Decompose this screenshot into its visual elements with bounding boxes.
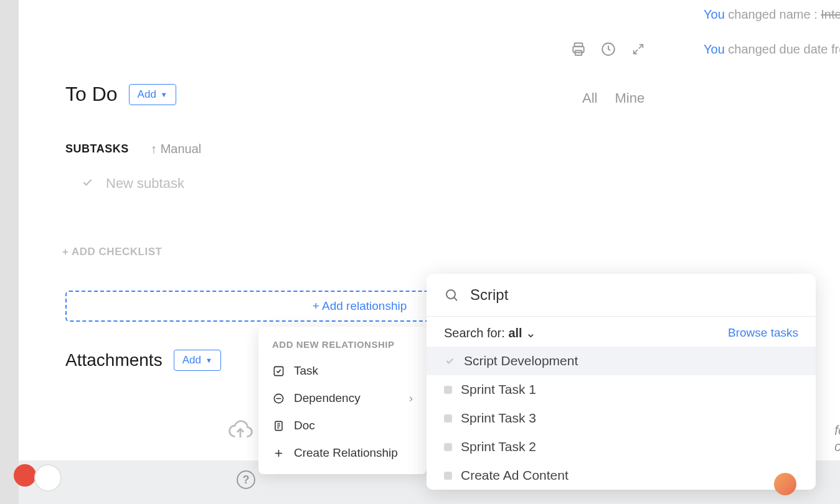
search-input[interactable] [470, 286, 798, 304]
check-icon [81, 176, 93, 191]
search-result-item[interactable]: Script Development [427, 347, 816, 375]
doc-icon [272, 419, 285, 432]
add-button-label: Add [138, 88, 156, 101]
status-square-icon [444, 443, 452, 451]
filter-mine[interactable]: Mine [615, 90, 644, 106]
sidebar-backdrop [0, 0, 19, 504]
filter-all[interactable]: All [582, 90, 597, 106]
status-square-icon [444, 414, 452, 422]
menu-item-create-relationship[interactable]: Create Relationship [258, 439, 427, 467]
activity-item: You changed due date fro [704, 32, 840, 67]
chevron-down-icon: ▼ [161, 91, 168, 98]
search-result-item[interactable]: Sprint Task 3 [427, 404, 816, 432]
help-icon[interactable]: ? [237, 470, 255, 489]
result-label: Create Ad Content [461, 468, 569, 483]
add-relationship-label: + Add relationship [313, 299, 407, 313]
add-checklist-button[interactable]: + ADD CHECKLIST [62, 246, 162, 258]
add-attachment-label: Add [182, 354, 201, 366]
arrow-up-icon: ↑ [151, 142, 157, 156]
add-attachment-button[interactable]: Add ▼ [174, 350, 221, 371]
activity-text: changed due date fro [725, 42, 840, 56]
print-icon[interactable] [570, 40, 587, 58]
result-label: Sprint Task 2 [461, 439, 536, 454]
menu-item-label: Task [294, 364, 318, 378]
avatar[interactable] [774, 473, 796, 495]
expand-icon[interactable] [630, 40, 647, 58]
activity-extra: Inter [821, 7, 840, 21]
avatar[interactable] [34, 464, 62, 492]
svg-rect-4 [274, 366, 283, 375]
cloud-upload-icon [227, 417, 253, 443]
history-icon[interactable] [600, 40, 617, 58]
plus-icon [272, 447, 285, 459]
notification-badge[interactable] [14, 464, 36, 487]
activity-filters: All Mine [582, 90, 644, 106]
svg-line-14 [454, 297, 457, 301]
search-result-item[interactable]: Sprint Task 1 [427, 375, 816, 404]
activity-item: You changed name : Inter [704, 0, 840, 32]
chevron-right-icon: › [409, 391, 413, 405]
chevron-down-icon: ▼ [205, 357, 212, 364]
status-title[interactable]: To Do [65, 83, 118, 106]
search-panel: Search for: all ⌄ Browse tasks Script De… [427, 274, 816, 490]
attachments-title: Attachments [65, 350, 163, 370]
new-subtask-placeholder: New subtask [106, 175, 184, 192]
search-filter-label: Search for: [444, 326, 508, 340]
top-actions [570, 40, 647, 58]
menu-item-doc[interactable]: Doc [258, 412, 427, 439]
subtasks-label: SUBTASKS [65, 142, 129, 156]
activity-actor: You [704, 42, 725, 56]
menu-item-task[interactable]: Task [258, 357, 427, 385]
result-label: Sprint Task 1 [461, 382, 536, 397]
search-filter-row: Search for: all ⌄ Browse tasks [427, 317, 816, 347]
add-button[interactable]: Add ▼ [129, 84, 176, 105]
search-icon [444, 287, 459, 302]
check-icon [444, 355, 455, 366]
menu-header: ADD NEW RELATIONSHIP [258, 339, 427, 357]
sort-toggle[interactable]: ↑ Manual [151, 142, 202, 156]
search-filter-value: all [508, 326, 522, 340]
subtasks-header: SUBTASKS ↑ Manual [65, 142, 201, 156]
browse-tasks-link[interactable]: Browse tasks [728, 326, 798, 340]
menu-item-label: Create Relationship [294, 446, 398, 460]
activity-text: changed name : [725, 7, 821, 21]
task-icon [272, 365, 285, 377]
svg-point-13 [446, 290, 455, 299]
chevron-down-icon: ⌄ [522, 326, 537, 340]
attachments-header: Attachments Add ▼ [65, 350, 221, 371]
relationship-menu: ADD NEW RELATIONSHIP Task Dependency › D… [258, 327, 427, 474]
menu-item-label: Doc [294, 419, 315, 432]
activity-log: You changed name : Inter You changed due… [704, 0, 840, 67]
activity-actor: You [704, 7, 725, 21]
menu-item-label: Dependency [294, 391, 361, 405]
truncated-text: for c [834, 422, 840, 455]
dependency-icon [272, 392, 285, 404]
sort-label: Manual [161, 142, 202, 156]
search-result-item[interactable]: Sprint Task 2 [427, 432, 816, 461]
search-filter[interactable]: Search for: all ⌄ [444, 325, 536, 340]
search-result-item[interactable]: Create Ad Content [427, 461, 816, 490]
result-label: Script Development [464, 353, 578, 368]
status-header: To Do Add ▼ [65, 83, 176, 106]
new-subtask-row[interactable]: New subtask [81, 175, 184, 192]
status-square-icon [444, 472, 452, 480]
menu-item-dependency[interactable]: Dependency › [258, 385, 427, 412]
result-label: Sprint Task 3 [461, 411, 536, 426]
search-row [427, 274, 816, 317]
status-square-icon [444, 386, 452, 394]
